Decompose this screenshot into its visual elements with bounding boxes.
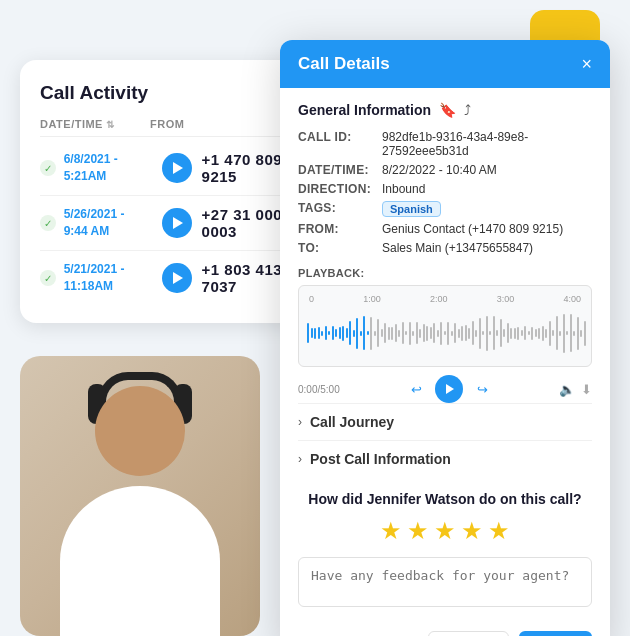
waveform-bar[interactable] <box>437 330 439 337</box>
download-icon[interactable]: ⬇ <box>581 382 592 397</box>
waveform-bar[interactable] <box>360 331 362 336</box>
waveform-bar[interactable] <box>363 316 365 350</box>
waveform-bar[interactable] <box>374 331 376 336</box>
bookmark-icon[interactable]: 🔖 <box>439 102 456 118</box>
waveform-bar[interactable] <box>461 326 463 341</box>
feedback-input[interactable] <box>298 557 592 607</box>
play-pause-button[interactable] <box>435 375 463 403</box>
waveform-bar[interactable] <box>472 321 474 345</box>
waveform-bar[interactable] <box>353 330 355 337</box>
waveform-bar[interactable] <box>402 322 404 344</box>
speaker-icon[interactable]: 🔈 <box>559 382 575 397</box>
waveform-bar[interactable] <box>566 331 568 335</box>
waveform-bar[interactable] <box>493 316 495 350</box>
waveform-bar[interactable] <box>416 322 418 344</box>
waveform-bar[interactable] <box>570 314 572 352</box>
waveform-bar[interactable] <box>503 329 505 337</box>
waveform-bar[interactable] <box>486 316 488 351</box>
forward-button[interactable]: ↪ <box>471 378 493 400</box>
waveform-bar[interactable] <box>524 326 526 340</box>
waveform-bar[interactable] <box>489 331 491 335</box>
waveform-bar[interactable] <box>377 319 379 347</box>
waveform-bar[interactable] <box>370 317 372 350</box>
waveform-bar[interactable] <box>332 326 334 340</box>
waveform-bar[interactable] <box>563 314 565 353</box>
share-icon[interactable]: ⤴ <box>464 102 471 118</box>
waveform-bar[interactable] <box>454 323 456 343</box>
waveform-bar[interactable] <box>328 331 330 335</box>
star-5[interactable]: ★ <box>488 517 510 545</box>
waveform-bar[interactable] <box>447 322 449 345</box>
waveform-bar[interactable] <box>514 328 516 339</box>
waveform-bar[interactable] <box>538 328 540 339</box>
waveform-bar[interactable] <box>444 331 446 335</box>
play-button[interactable] <box>162 263 191 293</box>
waveform-bar[interactable] <box>517 327 519 340</box>
close-button[interactable]: × <box>581 55 592 73</box>
call-journey-accordion[interactable]: › Call Journey <box>298 403 592 440</box>
waveform-bar[interactable] <box>482 331 484 335</box>
waveform-bar[interactable] <box>342 326 344 341</box>
waveform-bar[interactable] <box>426 326 428 341</box>
waveform-bar[interactable] <box>409 322 411 345</box>
waveform-bar[interactable] <box>531 327 533 340</box>
star-4[interactable]: ★ <box>461 517 483 545</box>
waveform-bar[interactable] <box>556 316 558 350</box>
star-1[interactable]: ★ <box>380 517 402 545</box>
waveform-bar[interactable] <box>458 329 460 338</box>
waveform-bar[interactable] <box>346 328 348 338</box>
waveform-bar[interactable] <box>419 329 421 338</box>
waveform-bar[interactable] <box>552 330 554 336</box>
waveform-bar[interactable] <box>311 328 313 338</box>
star-2[interactable]: ★ <box>407 517 429 545</box>
waveform-bar[interactable] <box>405 331 407 335</box>
post-call-accordion[interactable]: › Post Call Information <box>298 440 592 477</box>
waveform-bar[interactable] <box>549 321 551 346</box>
waveform-bar[interactable] <box>451 331 453 336</box>
rewind-button[interactable]: ↩ <box>405 378 427 400</box>
waveform-bar[interactable] <box>384 323 386 343</box>
waveform-bar[interactable] <box>500 319 502 347</box>
waveform-bar[interactable] <box>335 329 337 337</box>
waveform-bar[interactable] <box>542 326 544 341</box>
waveform-bar[interactable] <box>339 327 341 339</box>
waveform-bar[interactable] <box>510 328 512 339</box>
play-button[interactable] <box>162 153 191 183</box>
waveform-bar[interactable] <box>559 331 561 336</box>
waveform-bar[interactable] <box>475 330 477 337</box>
waveform-bar[interactable] <box>321 331 323 336</box>
waveform-bar[interactable] <box>325 326 327 340</box>
star-3[interactable]: ★ <box>434 517 456 545</box>
waveform-bar[interactable] <box>577 317 579 350</box>
waveform-bar[interactable] <box>507 323 509 343</box>
waveform-bar[interactable] <box>468 328 470 339</box>
waveform-bar[interactable] <box>580 330 582 337</box>
waveform-bar[interactable] <box>391 327 393 340</box>
waveform-bar[interactable] <box>535 329 537 337</box>
waveform-bar[interactable] <box>314 328 316 339</box>
waveform-bar[interactable] <box>430 327 432 339</box>
waveform-bar[interactable] <box>584 321 586 346</box>
waveform-bar[interactable] <box>349 321 351 345</box>
save-button[interactable]: Save <box>519 631 592 636</box>
waveform-bar[interactable] <box>367 331 369 335</box>
waveform-bar[interactable] <box>412 331 414 336</box>
waveform-bar[interactable] <box>398 330 400 337</box>
cancel-button[interactable]: Cancel <box>428 631 510 636</box>
waveform-bar[interactable] <box>496 330 498 336</box>
waveform-bar[interactable] <box>318 327 320 339</box>
waveform-bar[interactable] <box>307 323 309 343</box>
waveform-bar[interactable] <box>433 323 435 343</box>
waveform-bar[interactable] <box>440 322 442 345</box>
waveform-bar[interactable] <box>573 331 575 336</box>
waveform-bar[interactable] <box>381 329 383 337</box>
waveform-bar[interactable] <box>465 325 467 341</box>
waveform-bar[interactable] <box>521 330 523 336</box>
waveform-bar[interactable] <box>395 324 397 342</box>
waveform-bar[interactable] <box>545 329 547 338</box>
waveform-bars[interactable] <box>307 308 583 358</box>
play-button[interactable] <box>162 208 191 238</box>
waveform-bar[interactable] <box>479 318 481 349</box>
waveform-bar[interactable] <box>356 318 358 349</box>
waveform-bar[interactable] <box>528 331 530 335</box>
